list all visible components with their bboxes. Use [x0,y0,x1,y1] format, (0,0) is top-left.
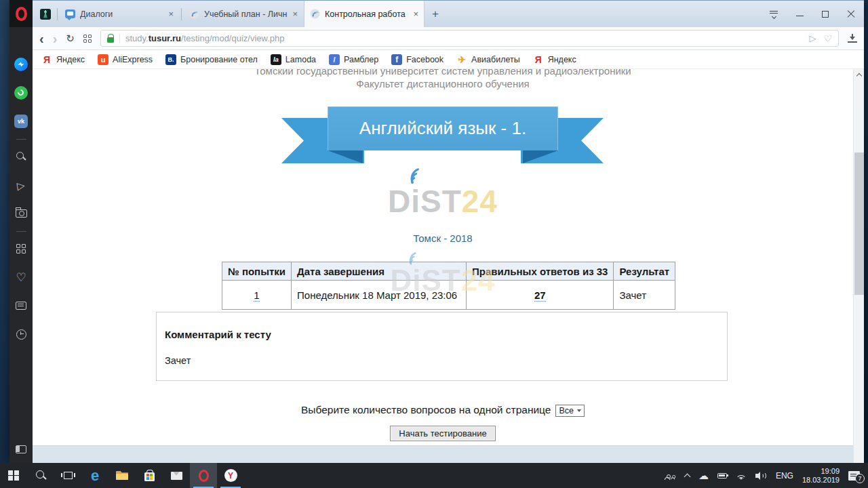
taskbar-edge[interactable]: e [81,463,108,488]
news-icon [16,302,26,310]
pinned-tab-favicon [43,10,47,18]
sidebar-item-bookmarks[interactable]: ♡ [9,263,33,291]
start-button[interactable] [0,463,27,488]
new-tab-button[interactable]: + [432,7,439,21]
sidebar-item-history[interactable] [9,320,33,348]
sidebar-divider [16,136,26,142]
logo-wifi-arcs-icon [408,168,435,188]
taskbar-opera-active[interactable] [190,463,217,488]
bookmark-aviabilety[interactable]: ✈Авиабилеты [456,54,520,65]
taskbar-store[interactable] [136,463,163,488]
chat-favicon-icon [65,9,75,18]
sidebar-item-search[interactable] [9,142,33,171]
taskbar-mail[interactable] [163,463,190,488]
taskbar-explorer[interactable] [108,463,136,488]
attempt-link[interactable]: 1 [254,289,259,302]
yandex-browser-icon: Y [224,469,237,482]
test-comment-box: Комментарий к тесту Зачет [156,312,728,381]
sidebar-setup-icon[interactable] [16,445,26,453]
tray-expand-chevron-icon[interactable] [684,473,690,480]
pinned-tab[interactable] [40,9,51,20]
start-row: Начать тестирование [33,426,853,441]
tab-close-icon[interactable]: × [168,9,174,19]
task-view-button[interactable] [54,463,81,488]
chevron-up-icon [856,73,861,79]
per-page-select[interactable]: Все [555,405,585,417]
opera-logo-icon [16,7,27,21]
tab-title: Учебный план - Личный [204,9,288,19]
taskbar-search-button[interactable] [27,463,54,488]
battery-icon[interactable] [717,473,727,479]
close-window-button[interactable] [847,10,855,18]
speed-dial-toolbar-icon[interactable] [83,35,92,43]
comment-body: Зачет [165,355,719,366]
downloads-icon[interactable] [848,34,857,43]
correct-answers-link[interactable]: 27 [534,289,546,302]
sidebar-item-speed-dial[interactable] [9,235,33,263]
sidebar-item-messenger[interactable] [9,50,33,79]
tab-menu-icon[interactable] [770,10,778,18]
per-page-label: Выберите количество вопросов на одной ст… [301,404,551,415]
tab-close-icon[interactable]: × [292,9,298,19]
sidebar-item-whatsapp[interactable] [9,79,33,107]
col-attempt: № попытки [222,262,292,281]
forward-icon[interactable]: › [53,32,58,45]
bookmark-rambler[interactable]: /Рамблер [329,54,378,65]
language-indicator[interactable]: ENG [776,471,793,481]
date: 18.03.2019 [802,476,840,484]
tab-close-icon[interactable]: × [413,9,418,19]
url-text: study.tusur.ru/testing/mod/quiz/view.php [125,33,285,43]
opera-menu-button[interactable] [9,0,33,27]
bookmark-heart-icon[interactable]: ♡ [823,33,832,44]
yandex-icon: Я [41,54,52,65]
bookmark-booking[interactable]: B.Бронирование отел [165,54,258,65]
speed-dial-icon [16,244,26,253]
tab-quiz-active[interactable]: Контрольная работа по д × [304,1,425,27]
yandex-icon: Я [533,54,544,65]
my-flow-send-icon[interactable]: ▷ [809,33,816,43]
bookmark-facebook[interactable]: fFacebook [391,54,443,65]
tab-dialogs[interactable]: Диалоги × [59,1,180,27]
result-cell: Зачет [614,281,675,310]
bookmark-yandex[interactable]: ЯЯндекс [41,54,85,65]
sidebar-divider [16,228,26,235]
bookmark-lamoda[interactable]: laLamoda [271,54,316,65]
tab-title: Диалоги [80,9,163,19]
scrollbar[interactable] [853,69,864,463]
sidebar-item-my-flow[interactable]: ▷ [9,171,33,199]
maximize-button[interactable] [822,11,829,18]
clock[interactable]: 19:0918.03.2019 [802,467,840,485]
bookmark-aliexpress[interactable]: uAliExpress [98,54,153,65]
start-test-button[interactable]: Начать тестирование [390,426,495,441]
taskbar-yandex-browser[interactable]: Y [217,463,244,488]
wifi-icon[interactable] [736,472,747,480]
task-view-icon [64,472,73,479]
scrollbar-up-button[interactable] [854,69,864,80]
address-divider [119,34,120,43]
mail-icon [171,472,182,480]
heart-icon: ♡ [16,272,26,283]
back-icon[interactable]: ‹ [39,32,44,45]
action-center-icon[interactable]: 7 [848,471,860,481]
reload-icon[interactable]: ↻ [66,33,75,45]
col-finished: Дата завершения [292,262,467,281]
messenger-icon [14,58,28,71]
tab-study-plan[interactable]: Учебный план - Личный × [183,1,304,27]
address-bar[interactable]: study.tusur.ru/testing/mod/quiz/view.php… [100,30,839,47]
sidebar-item-vk[interactable]: vk [9,107,33,136]
page-footer-strip [33,445,864,463]
volume-icon[interactable] [755,471,767,480]
my-flow-icon: ▷ [16,180,26,190]
dist24-favicon-icon [310,9,320,19]
onedrive-cloud-icon[interactable]: ☁ [698,470,709,481]
store-icon [144,472,155,481]
sidebar-item-snapshot[interactable] [9,199,33,228]
people-icon[interactable] [665,472,676,480]
bookmark-yandex-2[interactable]: ЯЯндекс [533,54,576,65]
secure-lock-icon[interactable] [107,37,114,43]
scrollbar-thumb[interactable] [854,152,864,295]
minimize-button[interactable] [796,16,804,17]
camera-icon [16,209,27,218]
sidebar-item-news[interactable] [9,291,33,320]
opera-sidebar: vk ▷ ♡ [9,0,33,463]
